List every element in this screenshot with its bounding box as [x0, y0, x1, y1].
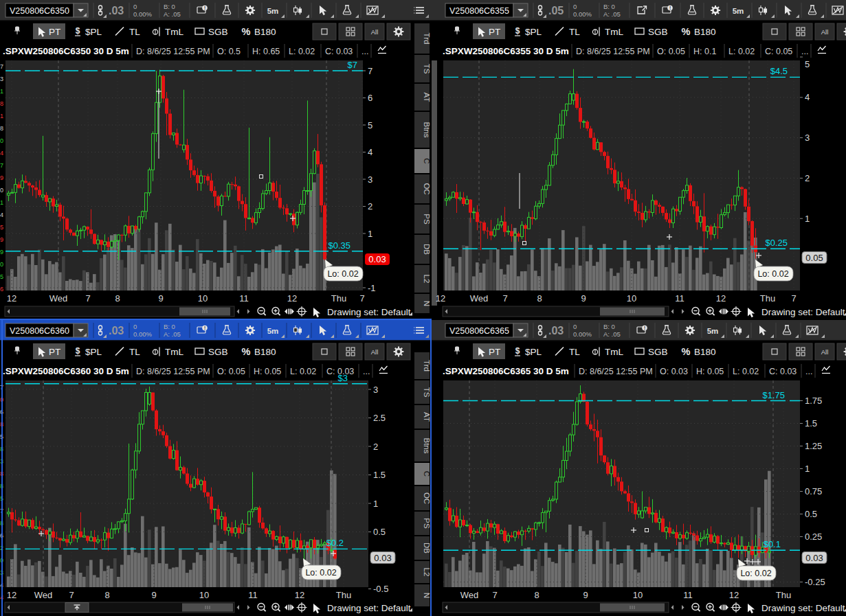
svg-text:%: % [242, 26, 251, 37]
svg-text:$1.75: $1.75 [762, 390, 785, 400]
svg-text:5m: 5m [707, 327, 719, 335]
svg-text:10: 10 [627, 293, 636, 304]
svg-text:All: All [821, 348, 829, 356]
svg-text:All: All [821, 28, 829, 36]
svg-text:Wed: Wed [470, 293, 489, 304]
svg-text:!: ! [644, 326, 645, 330]
svg-text:PT: PT [489, 347, 500, 357]
svg-text:SGB: SGB [208, 347, 228, 357]
svg-text:4: 4 [0, 212, 3, 218]
svg-text:3: 3 [805, 133, 810, 143]
svg-text:H: 0.1: H: 0.1 [693, 47, 716, 56]
svg-text:1: 1 [805, 464, 810, 474]
svg-text:0.5: 0.5 [805, 509, 817, 519]
svg-text:2.5: 2.5 [373, 413, 386, 423]
svg-text:Lo: 0.02: Lo: 0.02 [757, 269, 788, 279]
svg-text:Lo: 0.02: Lo: 0.02 [305, 568, 336, 578]
svg-text:B: 0: B: 0 [603, 3, 615, 10]
svg-text:3: 3 [373, 385, 378, 395]
svg-text:%: % [682, 26, 691, 37]
svg-text:L: 0.02: L: 0.02 [289, 47, 315, 56]
svg-text:$0.25: $0.25 [765, 238, 788, 248]
svg-text:N: N [423, 593, 431, 598]
svg-text:Wed: Wed [460, 590, 479, 600]
svg-text:3: 3 [0, 76, 3, 82]
svg-text:$4.5: $4.5 [770, 66, 788, 76]
svg-text:SGB: SGB [208, 27, 228, 37]
svg-text:A: .05: A: .05 [164, 10, 181, 18]
svg-text:All: All [371, 28, 379, 36]
svg-text:8: 8 [0, 100, 3, 107]
svg-text:12: 12 [716, 293, 726, 304]
svg-text:L: 0.02: L: 0.02 [733, 367, 759, 376]
svg-text:SGB: SGB [648, 347, 668, 357]
svg-text:0: 0 [133, 3, 137, 10]
svg-text:11: 11 [248, 590, 258, 600]
svg-text:PT: PT [49, 27, 60, 37]
svg-text:6: 6 [0, 286, 3, 293]
svg-text:DB: DB [423, 244, 431, 255]
svg-text:TL: TL [569, 347, 580, 357]
svg-text:4: 4 [805, 92, 810, 102]
svg-text:12: 12 [729, 590, 739, 600]
svg-text:0.00%: 0.00% [573, 330, 592, 338]
svg-text:TS: TS [423, 387, 431, 398]
svg-text:.SPXW250806C6360 30 D 5m: .SPXW250806C6360 30 D 5m [3, 366, 129, 376]
svg-text:$3: $3 [338, 373, 348, 383]
svg-text:$: $ [515, 26, 520, 36]
svg-text:OC: OC [423, 492, 431, 504]
svg-text:-0.5: -0.5 [373, 584, 388, 594]
svg-text:9: 9 [0, 236, 3, 243]
svg-text:0: 0 [133, 323, 137, 330]
svg-text:4: 4 [0, 150, 3, 157]
svg-text:9: 9 [0, 249, 3, 255]
svg-text:$7: $7 [348, 60, 357, 70]
svg-text:N: N [423, 301, 431, 306]
svg-text:Lo: 0.02: Lo: 0.02 [740, 569, 771, 578]
svg-text:B: 0: B: 0 [603, 323, 615, 330]
svg-text:11: 11 [683, 590, 693, 600]
svg-text:8: 8 [104, 590, 109, 600]
svg-text:1: 1 [368, 229, 372, 239]
svg-text:9: 9 [0, 174, 3, 181]
svg-text:PT: PT [489, 27, 500, 37]
svg-text:Btns: Btns [423, 437, 431, 453]
svg-text:Drawing set: Default: Drawing set: Default [761, 307, 845, 317]
svg-text:All: All [371, 348, 379, 356]
svg-text:0: 0 [573, 323, 577, 330]
svg-text:O: 0.5: O: 0.5 [217, 47, 241, 56]
svg-text:.05: .05 [548, 5, 564, 16]
svg-text:1: 1 [0, 113, 3, 119]
svg-text:11: 11 [239, 293, 249, 304]
svg-text:L2: L2 [423, 275, 431, 284]
svg-text:$: $ [76, 26, 80, 36]
svg-text:7: 7 [791, 293, 796, 304]
svg-text:TL: TL [569, 27, 580, 37]
svg-text:.SPXW250806C6355 30 D 5m: .SPXW250806C6355 30 D 5m [443, 46, 569, 56]
svg-text:6: 6 [368, 93, 372, 103]
svg-text:7: 7 [0, 63, 3, 70]
svg-text:9: 9 [583, 590, 588, 600]
svg-text:.SPXW250806C6350 30 D 5m: .SPXW250806C6350 30 D 5m [3, 46, 129, 56]
svg-text:$PL: $PL [85, 347, 102, 357]
svg-text:12: 12 [295, 590, 304, 600]
svg-text:1: 1 [373, 499, 378, 509]
svg-text:0.75: 0.75 [805, 486, 822, 497]
svg-text:5: 5 [805, 59, 810, 69]
svg-text:Thu: Thu [331, 293, 346, 304]
svg-text:SGB: SGB [648, 27, 668, 37]
svg-text:8: 8 [537, 293, 542, 304]
svg-text:B: 0: B: 0 [164, 3, 175, 10]
svg-text:8: 8 [0, 125, 3, 132]
svg-text:.03: .03 [109, 325, 124, 336]
svg-text:1.75: 1.75 [805, 396, 822, 406]
svg-text:AT: AT [423, 412, 431, 422]
svg-text:V250806C6365: V250806C6365 [449, 326, 509, 336]
svg-text:1.5: 1.5 [373, 470, 386, 480]
svg-text:TS: TS [423, 64, 431, 74]
svg-text:C: C [423, 158, 431, 163]
svg-text:$: $ [515, 346, 520, 356]
svg-text:10: 10 [633, 590, 643, 600]
svg-text:!: ! [204, 5, 205, 10]
svg-text:1: 1 [0, 88, 3, 95]
